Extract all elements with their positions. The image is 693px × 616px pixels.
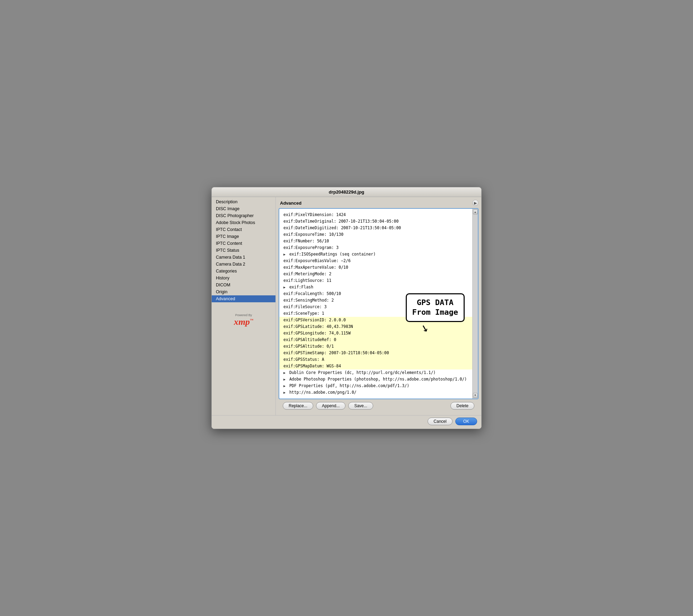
- xmp-logo: Powered By xmp™: [234, 313, 253, 327]
- sidebar-item-origin[interactable]: Origin: [212, 288, 275, 295]
- exif-line: exif:ExposureProgram: 3: [283, 244, 468, 251]
- xmp-logo-text: xmp™: [234, 318, 253, 327]
- exif-line: exif:ExposureBiasValue: −2/6: [283, 258, 468, 264]
- content-scroll-area[interactable]: exif:PixelYDimension: 1424 exif:DateTime…: [279, 209, 472, 398]
- tree-arrow[interactable]: ▶: [283, 252, 287, 258]
- annotation-line1: GPS DATA: [412, 298, 458, 308]
- append-button[interactable]: Append...: [316, 402, 345, 410]
- exif-line: exif:ExposureTime: 10/130: [283, 231, 468, 238]
- ok-button[interactable]: OK: [455, 418, 477, 425]
- scroll-up-button[interactable]: ▲: [473, 209, 478, 214]
- sidebar-item-advanced[interactable]: Advanced: [212, 295, 275, 302]
- exif-line: exif:GPSTimeStamp: 2007-10-21T18:50:04-0…: [279, 350, 472, 356]
- panel-header: Advanced ▶: [279, 200, 479, 206]
- sidebar-item-iptc-status[interactable]: IPTC Status: [212, 247, 275, 254]
- sidebar-item-adobe-stock-photos[interactable]: Adobe Stock Photos: [212, 219, 275, 226]
- tree-item: ▶ Adobe Photoshop Properties (photoshop,…: [283, 376, 468, 383]
- exif-line: exif:LightSource: 11: [283, 277, 468, 284]
- exif-line: ▶ exif:Flash: [283, 284, 468, 291]
- dialog-footer: Cancel OK: [212, 415, 481, 429]
- sidebar-item-disc-photographer[interactable]: DISC Photographer: [212, 212, 275, 219]
- tree-arrow[interactable]: ▶: [283, 370, 287, 376]
- panel-title-text: Advanced: [280, 200, 301, 206]
- scrollbar[interactable]: ▲ ▼: [472, 209, 478, 398]
- tree-arrow[interactable]: ▶: [283, 383, 287, 389]
- sidebar-item-categories[interactable]: Categories: [212, 268, 275, 275]
- exif-line: exif:DateTimeOriginal: 2007-10-21T13:50:…: [283, 218, 468, 225]
- exif-line: exif:DateTimeDigitized: 2007-10-21T13:50…: [283, 225, 468, 231]
- dialog-body: DescriptionDISC ImageDISC PhotographerAd…: [212, 197, 481, 415]
- action-buttons-row: Replace... Append... Save... Delete: [279, 399, 479, 412]
- footer-buttons: Cancel OK: [212, 416, 481, 429]
- sidebar-item-disc-image[interactable]: DISC Image: [212, 205, 275, 212]
- save-button[interactable]: Save...: [348, 402, 373, 410]
- window-title: drp2048229d.jpg: [329, 189, 365, 195]
- gps-annotation-box: GPS DATA From Image: [406, 293, 465, 322]
- exif-line: exif:MeteringMode: 2: [283, 271, 468, 277]
- tree-item: ▶ http://ns.adobe.com/png/1.0/: [283, 389, 468, 396]
- sidebar-item-iptc-contact[interactable]: IPTC Contact: [212, 226, 275, 233]
- sidebar-item-history[interactable]: History: [212, 275, 275, 282]
- sidebar-item-iptc-content[interactable]: IPTC Content: [212, 240, 275, 247]
- exif-line: exif:PixelYDimension: 1424: [283, 212, 468, 218]
- exif-line: exif:GPSMapDatum: WGS-84: [279, 363, 472, 369]
- sidebar-item-camera-data-1[interactable]: Camera Data 1: [212, 254, 275, 261]
- tree-arrow[interactable]: ▶: [283, 377, 287, 383]
- cancel-button[interactable]: Cancel: [428, 418, 452, 425]
- main-content: Advanced ▶ exif:PixelYDimension: 1424 ex…: [276, 197, 481, 415]
- title-bar: drp2048229d.jpg: [212, 187, 481, 197]
- tree-item: ▶ PDF Properties (pdf, http://ns.adobe.c…: [283, 383, 468, 389]
- annotation-arrow: ↘: [420, 320, 430, 334]
- content-box: exif:PixelYDimension: 1424 exif:DateTime…: [279, 208, 479, 399]
- sidebar: DescriptionDISC ImageDISC PhotographerAd…: [212, 197, 276, 415]
- delete-button[interactable]: Delete: [450, 402, 474, 410]
- exif-line: exif:GPSAltitudeRef: 0: [279, 337, 472, 343]
- sidebar-item-description[interactable]: Description: [212, 198, 275, 205]
- sidebar-footer: Powered By xmp™: [212, 309, 275, 331]
- sidebar-item-dicom[interactable]: DICOM: [212, 282, 275, 288]
- tree-arrow[interactable]: ▶: [283, 390, 287, 396]
- exif-line: ▶ exif:ISOSpeedRatings (seq container): [283, 251, 468, 258]
- scroll-down-button[interactable]: ▼: [473, 393, 478, 398]
- tree-item: ▶ Dublin Core Properties (dc, http://pur…: [283, 369, 468, 376]
- annotation-line2: From Image: [412, 307, 458, 318]
- exif-line: exif:GPSAltitude: 0/1: [279, 343, 472, 350]
- tree-arrow[interactable]: ▶: [283, 285, 287, 291]
- sidebar-item-camera-data-2[interactable]: Camera Data 2: [212, 261, 275, 268]
- main-dialog: drp2048229d.jpg DescriptionDISC ImageDIS…: [211, 187, 482, 429]
- replace-button[interactable]: Replace...: [283, 402, 313, 410]
- sidebar-item-iptc-image[interactable]: IPTC Image: [212, 233, 275, 240]
- exif-line: exif:MaxApertureValue: 0/10: [283, 264, 468, 271]
- expand-icon[interactable]: ▶: [472, 200, 479, 206]
- powered-by-label: Powered By: [235, 313, 252, 317]
- exif-line: exif:GPSStatus: A: [279, 356, 472, 363]
- exif-line: exif:FNumber: 56/10: [283, 238, 468, 244]
